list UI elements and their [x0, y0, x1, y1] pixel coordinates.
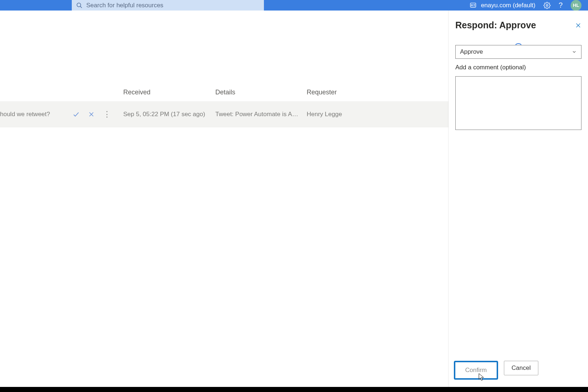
- response-select[interactable]: Approve: [455, 45, 581, 59]
- search-placeholder: Search for helpful resources: [86, 2, 163, 9]
- search-icon: [76, 2, 83, 9]
- col-received-header: Received: [123, 89, 150, 96]
- respond-panel: Respond: Approve Approve Add a comment (…: [448, 11, 588, 387]
- environment-label: enayu.com (default): [481, 2, 535, 9]
- topbar-right: enayu.com (default) ? HL: [469, 0, 585, 11]
- approval-title: hould we retweet?: [0, 111, 69, 118]
- panel-body: Approve Add a comment (optional): [449, 45, 588, 131]
- environment-picker[interactable]: enayu.com (default): [469, 2, 535, 9]
- environment-icon: [469, 2, 477, 9]
- reject-icon[interactable]: [88, 111, 95, 118]
- chevron-down-icon: [572, 49, 577, 54]
- cancel-button[interactable]: Cancel: [504, 361, 538, 375]
- approval-row-actions: ⋮: [73, 110, 111, 118]
- approval-received: Sep 5, 05:22 PM (17 sec ago): [123, 111, 205, 118]
- comment-input[interactable]: [455, 76, 581, 130]
- columns-header: Received Details Requester: [0, 83, 448, 101]
- svg-point-4: [546, 4, 548, 6]
- response-value: Approve: [460, 48, 483, 56]
- approval-details: Tweet: Power Automate is AMAZEBA...: [215, 111, 299, 118]
- panel-footer: Confirm Cancel: [449, 356, 588, 387]
- approval-requester: Henry Legge: [307, 111, 342, 118]
- confirm-button[interactable]: Confirm: [456, 363, 496, 377]
- help-icon[interactable]: ?: [559, 1, 563, 9]
- more-icon[interactable]: ⋮: [103, 110, 111, 118]
- svg-line-1: [80, 6, 82, 8]
- avatar[interactable]: HL: [571, 0, 581, 11]
- panel-header: Respond: Approve: [449, 11, 588, 34]
- approve-icon[interactable]: [73, 111, 80, 118]
- approvals-list-area: Received Details Requester hould we retw…: [0, 11, 448, 387]
- approval-row[interactable]: hould we retweet? ⋮ Sep 5, 05:22 PM (17 …: [0, 101, 448, 127]
- panel-title: Respond: Approve: [455, 20, 536, 30]
- close-icon[interactable]: [575, 22, 581, 29]
- col-details-header: Details: [215, 89, 235, 96]
- confirm-highlight: Confirm: [454, 361, 498, 380]
- top-bar: Search for helpful resources enayu.com (…: [0, 0, 588, 11]
- workspace: Received Details Requester hould we retw…: [0, 11, 588, 387]
- col-requester-header: Requester: [307, 89, 337, 96]
- svg-point-3: [471, 4, 472, 6]
- search-input[interactable]: Search for helpful resources: [72, 0, 264, 11]
- taskbar: [0, 387, 588, 392]
- comment-label: Add a comment (optional): [455, 64, 581, 71]
- gear-icon[interactable]: [543, 2, 551, 9]
- svg-point-0: [77, 3, 81, 7]
